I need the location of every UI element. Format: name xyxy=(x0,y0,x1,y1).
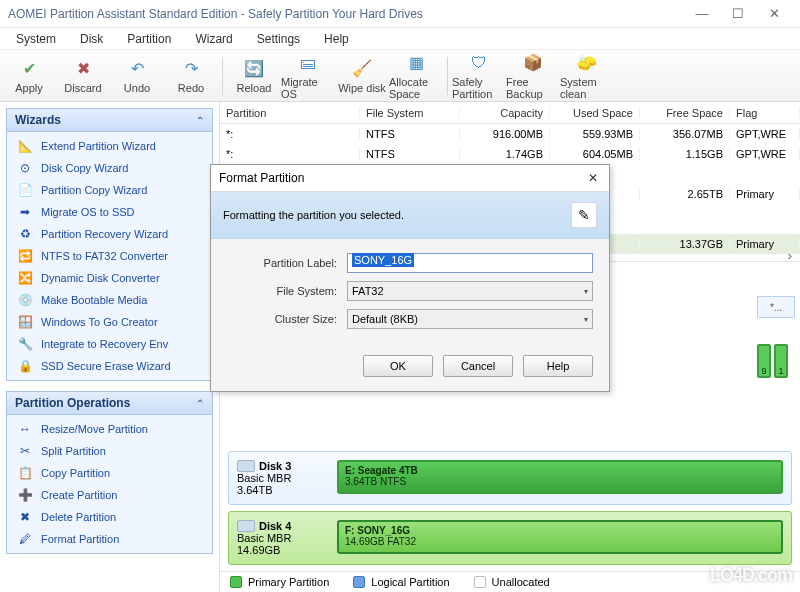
format-icon: ✎ xyxy=(571,202,597,228)
col-freespace[interactable]: Free Space xyxy=(640,107,730,119)
toolbar-wipe-disk[interactable]: 🧹Wipe disk xyxy=(335,56,389,96)
wizard-partition-recovery-wizard[interactable]: ♻Partition Recovery Wizard xyxy=(7,223,212,245)
toolbar-allocate-space[interactable]: ▦Allocate Space xyxy=(389,50,443,102)
system-clean-icon: 🧽 xyxy=(576,52,598,74)
toolbar-redo[interactable]: ↷Redo xyxy=(164,56,218,96)
cancel-button[interactable]: Cancel xyxy=(443,355,513,377)
disk-icon xyxy=(237,520,255,532)
col-flag[interactable]: Flag xyxy=(730,107,800,119)
chevron-down-icon: ▾ xyxy=(584,287,588,296)
col-capacity[interactable]: Capacity xyxy=(460,107,550,119)
toolbar-undo[interactable]: ↶Undo xyxy=(110,56,164,96)
operations-panel: Partition Operations ⌃ ↔Resize/Move Part… xyxy=(6,391,213,554)
table-row[interactable]: *:NTFS916.00MB559.93MB356.07MBGPT,WRE xyxy=(220,124,800,144)
item-icon: 🔁 xyxy=(17,248,33,264)
toolbar-apply[interactable]: ✔Apply xyxy=(2,56,56,96)
swatch-logical-icon xyxy=(353,576,365,588)
wizard-partition-copy-wizard[interactable]: 📄Partition Copy Wizard xyxy=(7,179,212,201)
partition-bar[interactable]: F: SONY_16G14.69GB FAT32 xyxy=(337,520,783,554)
wizard-ssd-secure-erase-wizard[interactable]: 🔒SSD Secure Erase Wizard xyxy=(7,355,212,377)
item-icon: 🔀 xyxy=(17,270,33,286)
toolbar-safely-partition[interactable]: 🛡Safely Partition xyxy=(452,50,506,102)
side-box[interactable]: *... xyxy=(757,296,795,318)
filesystem-select[interactable]: FAT32▾ xyxy=(347,281,593,301)
window-title: AOMEI Partition Assistant Standard Editi… xyxy=(8,7,684,21)
table-row[interactable]: *:NTFS1.74GB604.05MB1.15GBGPT,WRE xyxy=(220,144,800,164)
close-button[interactable]: ✕ xyxy=(756,2,792,26)
side-bar[interactable]: 1 xyxy=(774,344,788,378)
redo-icon: ↷ xyxy=(180,58,202,80)
col-partition[interactable]: Partition xyxy=(220,107,360,119)
op-resize-move-partition[interactable]: ↔Resize/Move Partition xyxy=(7,418,212,440)
disk-row-disk-4[interactable]: Disk 4Basic MBR14.69GBF: SONY_16G14.69GB… xyxy=(228,511,792,565)
wizard-windows-to-go-creator[interactable]: 🪟Windows To Go Creator xyxy=(7,311,212,333)
undo-icon: ↶ xyxy=(126,58,148,80)
op-split-partition[interactable]: ✂Split Partition xyxy=(7,440,212,462)
wizard-disk-copy-wizard[interactable]: ⊙Disk Copy Wizard xyxy=(7,157,212,179)
item-icon: ↔ xyxy=(17,421,33,437)
table-header: Partition File System Capacity Used Spac… xyxy=(220,102,800,124)
item-icon: ✂ xyxy=(17,443,33,459)
partition-label-label: Partition Label: xyxy=(227,257,347,269)
item-icon: 📐 xyxy=(17,138,33,154)
item-icon: 💿 xyxy=(17,292,33,308)
partition-label-input[interactable]: SONY_16G xyxy=(347,253,593,273)
menu-system[interactable]: System xyxy=(6,30,66,48)
op-copy-partition[interactable]: 📋Copy Partition xyxy=(7,462,212,484)
item-icon: ➕ xyxy=(17,487,33,503)
wizard-extend-partition-wizard[interactable]: 📐Extend Partition Wizard xyxy=(7,135,212,157)
op-format-partition[interactable]: 🖉Format Partition xyxy=(7,528,212,550)
apply-icon: ✔ xyxy=(18,58,40,80)
safely-partition-icon: 🛡 xyxy=(468,52,490,74)
toolbar: ✔Apply✖Discard↶Undo↷Redo🔄Reload🖴Migrate … xyxy=(0,50,800,102)
menu-disk[interactable]: Disk xyxy=(70,30,113,48)
partition-bar[interactable]: E: Seagate 4TB3.64TB NTFS xyxy=(337,460,783,494)
toolbar-system-clean[interactable]: 🧽System clean xyxy=(560,50,614,102)
menu-settings[interactable]: Settings xyxy=(247,30,310,48)
wizard-ntfs-to-fat32-converter[interactable]: 🔁NTFS to FAT32 Converter xyxy=(7,245,212,267)
toolbar-migrate-os[interactable]: 🖴Migrate OS xyxy=(281,50,335,102)
legend-primary: Primary Partition xyxy=(248,576,329,588)
menu-wizard[interactable]: Wizard xyxy=(185,30,242,48)
clustersize-select[interactable]: Default (8KB)▾ xyxy=(347,309,593,329)
menu-partition[interactable]: Partition xyxy=(117,30,181,48)
ok-button[interactable]: OK xyxy=(363,355,433,377)
menu-help[interactable]: Help xyxy=(314,30,359,48)
wipe-disk-icon: 🧹 xyxy=(351,58,373,80)
maximize-button[interactable]: ☐ xyxy=(720,2,756,26)
disk-row-disk-3[interactable]: Disk 3Basic MBR3.64TBE: Seagate 4TB3.64T… xyxy=(228,451,792,505)
col-usedspace[interactable]: Used Space xyxy=(550,107,640,119)
scroll-right-icon[interactable]: › xyxy=(788,248,792,263)
item-icon: 🪟 xyxy=(17,314,33,330)
disk-icon xyxy=(237,460,255,472)
legend-logical: Logical Partition xyxy=(371,576,449,588)
side-overflow: *... 9 1 xyxy=(757,296,795,378)
collapse-icon[interactable]: ⌃ xyxy=(196,115,204,126)
clustersize-label: Cluster Size: xyxy=(227,313,347,325)
wizard-dynamic-disk-converter[interactable]: 🔀Dynamic Disk Converter xyxy=(7,267,212,289)
dialog-close-button[interactable]: ✕ xyxy=(585,171,601,185)
col-filesystem[interactable]: File System xyxy=(360,107,460,119)
help-button[interactable]: Help xyxy=(523,355,593,377)
ops-title: Partition Operations xyxy=(15,396,130,410)
swatch-primary-icon xyxy=(230,576,242,588)
item-icon: 📄 xyxy=(17,182,33,198)
wizard-make-bootable-media[interactable]: 💿Make Bootable Media xyxy=(7,289,212,311)
item-icon: 📋 xyxy=(17,465,33,481)
filesystem-label: File System: xyxy=(227,285,347,297)
wizard-migrate-os-to-ssd[interactable]: ➡Migrate OS to SSD xyxy=(7,201,212,223)
chevron-down-icon: ▾ xyxy=(584,315,588,324)
menubar: System Disk Partition Wizard Settings He… xyxy=(0,28,800,50)
format-partition-dialog: Format Partition ✕ Formatting the partit… xyxy=(210,164,610,392)
minimize-button[interactable]: — xyxy=(684,2,720,26)
toolbar-discard[interactable]: ✖Discard xyxy=(56,56,110,96)
item-icon: ➡ xyxy=(17,204,33,220)
op-create-partition[interactable]: ➕Create Partition xyxy=(7,484,212,506)
op-delete-partition[interactable]: ✖Delete Partition xyxy=(7,506,212,528)
toolbar-reload[interactable]: 🔄Reload xyxy=(227,56,281,96)
side-bar[interactable]: 9 xyxy=(757,344,771,378)
collapse-icon[interactable]: ⌃ xyxy=(196,398,204,409)
item-icon: ✖ xyxy=(17,509,33,525)
wizard-integrate-to-recovery-env[interactable]: 🔧Integrate to Recovery Env xyxy=(7,333,212,355)
toolbar-free-backup[interactable]: 📦Free Backup xyxy=(506,50,560,102)
